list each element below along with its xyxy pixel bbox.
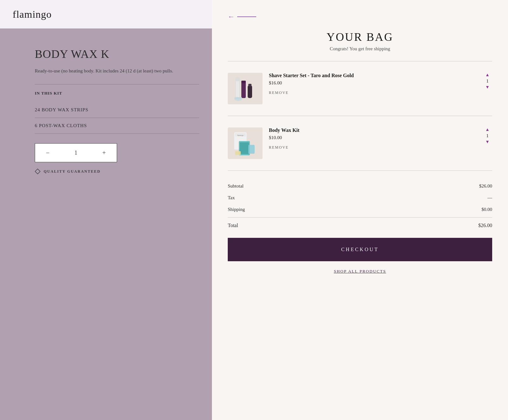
quantity-increase-button[interactable]: + (91, 144, 117, 162)
item-2-increase-button[interactable]: ▲ (485, 127, 490, 132)
quality-label: QUALITY GUARANTEED (44, 169, 101, 174)
subtotal-label: Subtotal (228, 183, 244, 189)
item-2-quantity: 1 (486, 133, 489, 139)
item-1-increase-button[interactable]: ▲ (485, 73, 490, 77)
svg-marker-0 (35, 169, 40, 174)
item-1-quantity: 1 (486, 78, 489, 84)
item-1-decrease-button[interactable]: ▼ (485, 85, 490, 90)
svg-rect-2 (236, 77, 239, 81)
svg-rect-5 (248, 85, 252, 98)
item-1-image (228, 73, 263, 104)
back-button[interactable]: ← (228, 13, 492, 21)
svg-rect-15 (235, 151, 241, 155)
item-2-details: Body Wax Kit $10.00 REMOVE (269, 127, 476, 150)
item-2-image: flamingo (228, 127, 263, 159)
item-1-remove-button[interactable]: REMOVE (269, 90, 289, 95)
tax-label: Tax (228, 195, 235, 201)
item-1-quantity-control: ▲ 1 ▼ (483, 73, 492, 90)
svg-rect-6 (248, 84, 251, 86)
cart-title: YOUR BAG (228, 30, 492, 44)
total-value: $26.00 (478, 223, 492, 228)
item-1-price: $16.00 (269, 80, 476, 86)
shipping-label: Shipping (228, 207, 245, 212)
section-divider (35, 84, 199, 84)
subtotal-row: Subtotal $26.00 (228, 180, 492, 192)
wax-kit-svg: flamingo (229, 129, 261, 158)
item-2-decrease-button[interactable]: ▼ (485, 140, 490, 144)
item-1-details: Shave Starter Set - Taro and Rose Gold $… (269, 73, 476, 95)
left-panel: flamingo BODY WAX K Ready-to-use (no hea… (0, 0, 212, 420)
back-arrow-line (237, 16, 256, 17)
cart-mid-divider (228, 116, 492, 116)
checkout-button[interactable]: CHECKOUT (228, 238, 492, 261)
product-title: BODY WAX K (35, 47, 199, 61)
svg-rect-13 (240, 142, 249, 154)
svg-rect-4 (241, 81, 246, 83)
subtotal-value: $26.00 (479, 183, 492, 189)
diamond-icon (35, 169, 40, 174)
item-2-quantity-control: ▲ 1 ▼ (483, 127, 492, 144)
shop-all-products-link[interactable]: SHOP ALL PRODUCTS (228, 269, 492, 274)
product-description: Ready-to-use (no heating body. Kit inclu… (35, 67, 199, 75)
total-row: Total $26.00 (228, 219, 492, 232)
item-2-name: Body Wax Kit (269, 127, 476, 133)
back-arrow-icon: ← (228, 13, 235, 21)
brand-logo: flamingo (13, 9, 52, 20)
quality-badge: QUALITY GUARANTEED (35, 169, 199, 174)
quantity-control: − 1 + (35, 143, 117, 162)
shipping-row: Shipping $0.00 (228, 204, 492, 215)
cart-top-divider (228, 61, 492, 61)
cart-subtitle: Congrats! You get free shipping (228, 46, 492, 52)
tax-value: — (487, 195, 492, 201)
svg-rect-3 (241, 81, 246, 98)
cart-item-2: flamingo Body Wax Kit $10.00 REMOVE ▲ 1 … (228, 121, 492, 165)
svg-rect-14 (248, 145, 255, 154)
item-1-name: Shave Starter Set - Taro and Rose Gold (269, 73, 476, 78)
item-2-remove-button[interactable]: REMOVE (269, 145, 289, 150)
cart-bottom-divider (228, 170, 492, 171)
item-2-price: $10.00 (269, 135, 476, 140)
svg-text:flamingo: flamingo (238, 134, 244, 136)
shipping-value: $0.00 (481, 207, 492, 212)
shave-kit-svg (229, 74, 261, 103)
kit-heading: IN THIS KIT (35, 91, 199, 96)
quantity-decrease-button[interactable]: − (35, 144, 60, 162)
quantity-value: 1 (60, 150, 91, 156)
cart-panel: ← YOUR BAG Congrats! You get free shippi… (212, 0, 508, 420)
product-area: BODY WAX K Ready-to-use (no heating body… (0, 28, 212, 420)
logo-area: flamingo (0, 0, 212, 28)
summary-divider (228, 217, 492, 218)
kit-item-2: 6 POST-WAX CLOTHS (35, 118, 199, 134)
kit-item-1: 24 BODY WAX STRIPS (35, 102, 199, 118)
svg-rect-8 (234, 97, 242, 99)
order-summary: Subtotal $26.00 Tax — Shipping $0.00 Tot… (228, 180, 492, 232)
tax-row: Tax — (228, 192, 492, 204)
cart-item-1: Shave Starter Set - Taro and Rose Gold $… (228, 66, 492, 111)
total-label: Total (228, 223, 238, 228)
